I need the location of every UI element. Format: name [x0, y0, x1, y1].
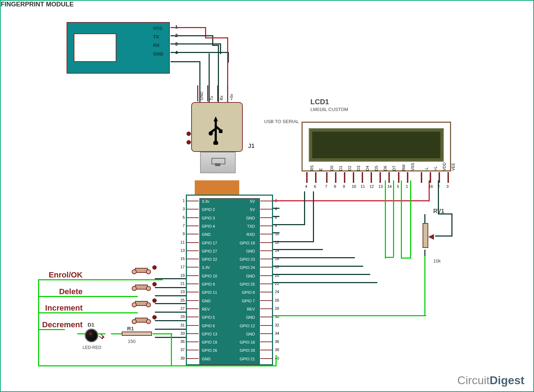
rpi-pin-3.3v: 3.3v [202, 199, 209, 203]
rpi-pin-GPIO 20: GPIO 20 [234, 348, 255, 353]
rpi-pin-GND: GND [234, 315, 255, 319]
led-part: LED-RED [83, 345, 101, 350]
button-led-3 [152, 315, 157, 319]
lcd-pin-RS: RS [310, 165, 314, 171]
rpi-pin-GND: GND [234, 332, 255, 336]
rpi-pin-GPIO 26: GPIO 26 [202, 348, 217, 353]
rpi-pin-GPIO 10: GPIO 10 [202, 274, 217, 278]
usb-pin-GND: GND [199, 92, 204, 100]
lcd-num-3: 3 [446, 184, 449, 189]
rpi-num-25: 25 [178, 298, 185, 302]
btn-label-1: Delete [19, 287, 83, 296]
rpi-num-11: 11 [178, 240, 185, 244]
lcd-pin-D5: D5 [374, 166, 378, 171]
rpi-num-7: 7 [178, 223, 185, 228]
rpi-num-21: 21 [178, 281, 185, 286]
rpi-num-24: 24 [275, 290, 279, 294]
rpi-pin-GPIO 17: GPIO 17 [202, 241, 217, 245]
rpi-num-17: 17 [178, 265, 185, 269]
push-button-1[interactable] [132, 283, 150, 291]
lcd-pin-VDD: VDD [442, 163, 446, 171]
rpi-num-3: 3 [178, 207, 185, 211]
rpi-num-23: 23 [178, 290, 185, 294]
rpi-pin-GPIO 11: GPIO 11 [202, 290, 217, 295]
lcd-num-4: 4 [305, 184, 307, 189]
rpi-num-1: 1 [178, 198, 185, 203]
rpi-num-26: 26 [275, 298, 279, 302]
rpi-pin-GPIO 13: GPIO 13 [202, 332, 217, 336]
usb-to-serial [191, 102, 243, 152]
rpi-pin-5V: 5V [234, 207, 255, 212]
fingerprint-title: FINGERPRINT MODULE [1, 1, 533, 8]
rpi-num-39: 39 [178, 356, 185, 360]
button-led-0 [152, 265, 157, 270]
rpi-pin-GPIO 27: GPIO 27 [202, 249, 217, 253]
rpi-num-5: 5 [178, 215, 185, 219]
rpi-pin-5V: 5V [234, 199, 255, 203]
pot-value: 10k [433, 258, 441, 264]
lcd-pin-D3: D3 [356, 166, 361, 171]
rpi-pin-GND: GND [202, 232, 210, 237]
lcd-num-10: 10 [352, 184, 356, 189]
schematic-canvas: FINGERPRINT MODULE VCC 1TX 2RX 3GND 4 J1… [0, 0, 534, 392]
fp-pin-TX: TX [153, 34, 159, 39]
rpi-pin-GPIO 3: GPIO 3 [202, 216, 215, 220]
rpi-pin-TXD: TXD [234, 224, 255, 228]
rpi-num-33: 33 [178, 331, 185, 335]
rpi-pin-GPIO 9: GPIO 9 [202, 282, 215, 286]
rpi-header [199, 198, 260, 365]
usb-desc: USB TO SERIAL [264, 119, 299, 124]
usb-ref: J1 [248, 143, 255, 149]
rpi-pin-GPIO 25: GPIO 25 [234, 282, 255, 286]
rpi-pin-GPIO 7: GPIO 7 [234, 299, 255, 303]
rpi-pin-GPIO 6: GPIO 6 [202, 324, 215, 328]
rpi-pin-GPIO 2: GPIO 2 [202, 207, 215, 212]
rpi-usb-port [195, 180, 239, 195]
lcd-num-9: 9 [343, 184, 345, 189]
rpi-num-13: 13 [178, 248, 185, 253]
lcd-num-1: 1 [406, 184, 408, 189]
rpi-num-28: 28 [275, 306, 279, 311]
rpi-num-37: 37 [178, 348, 185, 352]
rpi-pin-GPIO 18: GPIO 18 [234, 241, 255, 245]
lcd-part: LM016L CUSTOM [310, 107, 348, 112]
push-button-3[interactable] [132, 316, 150, 324]
rpi-num-31: 31 [178, 323, 185, 327]
resistor [122, 332, 152, 336]
rpi-pin-GND: GND [202, 299, 210, 303]
rpi-pin-GPIO 5: GPIO 5 [202, 315, 215, 319]
rpi-pin-REV: REV [234, 307, 255, 311]
rpi-pin-GPIO 16: GPIO 16 [234, 340, 255, 344]
usb-led-1 [187, 132, 191, 136]
lcd-num-5: 5 [397, 184, 399, 189]
lcd-ref: LCD1 [310, 98, 329, 106]
lcd-pin--L: -L [424, 167, 429, 171]
push-button-0[interactable] [132, 266, 150, 274]
rpi-num-34: 34 [275, 331, 279, 335]
rpi-pin-GPIO 8: GPIO 8 [234, 290, 255, 295]
fingerprint-sensor-window [74, 33, 116, 62]
lcd-screen [309, 128, 444, 162]
rpi-pin-RXD: RXD [234, 232, 255, 237]
lcd-pin-VSS: VSS [410, 163, 415, 171]
lcd-num-13: 13 [378, 184, 383, 189]
push-button-2[interactable] [132, 300, 150, 307]
lcd-num-7: 7 [325, 184, 327, 189]
lcd-pin-D1: D1 [339, 166, 343, 171]
fp-pin-VCC: VCC [153, 26, 163, 31]
rpi-pin-GND: GND [234, 249, 255, 253]
rpi-pin-GND: GND [234, 274, 255, 278]
led-red [85, 329, 98, 342]
lcd-num-11: 11 [361, 184, 365, 189]
usb-pin-+5v: +5v [229, 94, 234, 100]
lcd-pin-VEE: VEE [451, 163, 455, 171]
rpi-pin-GND: GND [234, 216, 255, 220]
rpi-num-27: 27 [178, 306, 185, 311]
rpi-pin-GPIO 19: GPIO 19 [202, 340, 217, 344]
potentiometer [423, 223, 428, 248]
btn-label-2: Increment [19, 303, 83, 313]
rpi-pin-3.3V: 3.3V [202, 265, 210, 270]
pot-wiper [428, 234, 434, 240]
rpi-pin-GND: GND [202, 357, 210, 361]
rpi-pin-GPIO 21: GPIO 21 [234, 357, 255, 361]
